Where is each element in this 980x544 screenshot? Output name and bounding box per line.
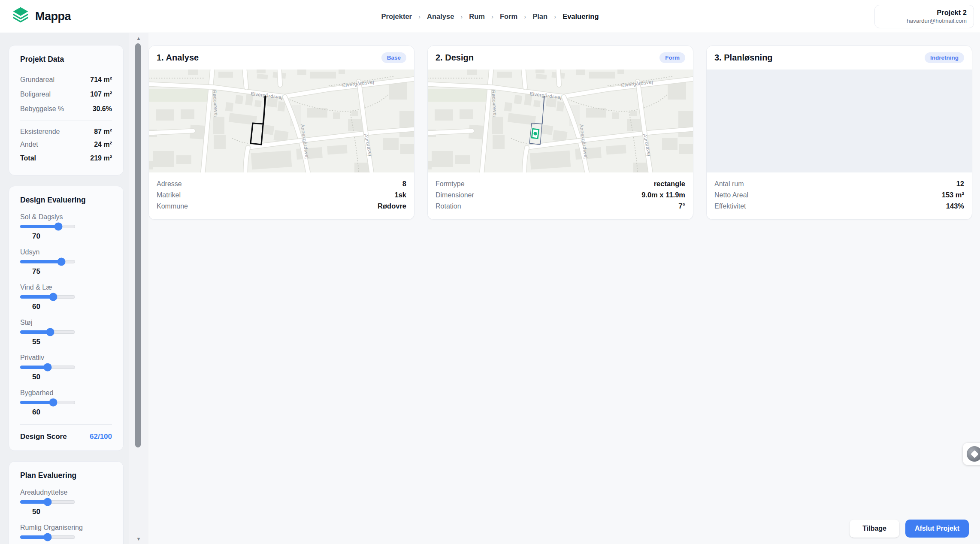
row-value: 12 bbox=[956, 180, 964, 188]
slider-track[interactable] bbox=[20, 260, 75, 263]
slider-thumb[interactable] bbox=[44, 498, 52, 506]
slider-value: 75 bbox=[32, 267, 112, 276]
card-title: 3. Planløsning bbox=[714, 53, 773, 63]
card-row-netto-areal: Netto Areal 153 m² bbox=[714, 189, 964, 200]
slider-track[interactable] bbox=[20, 535, 75, 539]
slider-thumb[interactable] bbox=[46, 328, 54, 336]
scroll-up-arrow-icon[interactable]: ▲ bbox=[129, 36, 148, 41]
slider-bygbarhed: Bygbarhed 60 bbox=[20, 389, 112, 417]
row-value: 153 m² bbox=[942, 191, 964, 199]
breadcrumb-projekter[interactable]: Projekter bbox=[381, 12, 412, 21]
row-label: Eksisterende bbox=[20, 128, 60, 136]
row-value: 30.6% bbox=[93, 105, 112, 113]
scrollbar-thumb[interactable] bbox=[135, 43, 141, 447]
row-label: Adresse bbox=[157, 180, 182, 188]
card-planloesning: 3. Planløsning Indretning Antal rum 12 N… bbox=[706, 45, 972, 220]
slider-arealudnyttelse: Arealudnyttelse 50 bbox=[20, 489, 112, 516]
data-row-grundareal: Grundareal 714 m² bbox=[20, 73, 112, 87]
design-score-value: 62/100 bbox=[90, 432, 112, 441]
card-row-dimensioner: Dimensioner 9.0m x 11.9m bbox=[436, 189, 685, 200]
card-title: 1. Analyse bbox=[157, 53, 199, 63]
breadcrumb: Projekter › Analyse › Rum › Form › Plan … bbox=[381, 12, 599, 21]
project-account-box[interactable]: Projekt 2 havardur@hotmail.com bbox=[874, 5, 974, 28]
slider-stoej: Støj 55 bbox=[20, 319, 112, 346]
row-value: 8 bbox=[402, 180, 406, 188]
footer-actions: Tilbage Afslut Projekt bbox=[850, 520, 969, 538]
row-value: 143% bbox=[946, 202, 964, 210]
slider-track[interactable] bbox=[20, 366, 75, 369]
row-label: Grundareal bbox=[20, 76, 54, 84]
row-label: Bebyggelse % bbox=[20, 105, 64, 113]
app-header: Mappa Projekter › Analyse › Rum › Form ›… bbox=[0, 0, 980, 33]
slider-fill bbox=[20, 225, 59, 228]
row-value: 714 m² bbox=[90, 76, 112, 84]
row-value: 9.0m x 11.9m bbox=[641, 191, 685, 199]
row-label: Netto Areal bbox=[714, 191, 748, 199]
slider-label: Vind & Læ bbox=[20, 284, 112, 291]
data-row-andet: Andet 24 m² bbox=[20, 138, 112, 151]
slider-thumb[interactable] bbox=[44, 533, 52, 541]
slider-value: 70 bbox=[32, 232, 112, 241]
back-button[interactable]: Tilbage bbox=[850, 520, 899, 538]
panel-plan-evaluering: Plan Evaluering Arealudnyttelse 50 Rumli… bbox=[9, 461, 124, 544]
slider-value: 50 bbox=[32, 373, 112, 381]
slider-label: Rumlig Organisering bbox=[20, 524, 112, 532]
slider-vind-lae: Vind & Læ 60 bbox=[20, 284, 112, 311]
row-value: Rødovre bbox=[378, 202, 406, 210]
slider-fill bbox=[20, 260, 62, 263]
brand[interactable]: Mappa bbox=[11, 6, 71, 27]
row-value: 7° bbox=[678, 202, 685, 210]
target-icon bbox=[967, 446, 980, 462]
slider-thumb[interactable] bbox=[54, 223, 63, 231]
slider-thumb[interactable] bbox=[49, 293, 57, 301]
slider-track[interactable] bbox=[20, 401, 75, 404]
panel-title: Projekt Data bbox=[20, 55, 112, 64]
breadcrumb-separator: › bbox=[460, 13, 463, 20]
card-design: 2. Design Form Formtype bbox=[427, 45, 693, 220]
card-row-adresse: Adresse 8 bbox=[157, 178, 406, 189]
brand-title: Mappa bbox=[35, 10, 71, 23]
row-label: Boligareal bbox=[20, 91, 51, 98]
row-value: 1sk bbox=[394, 191, 406, 199]
floorplan-placeholder bbox=[707, 70, 972, 172]
row-label: Rotation bbox=[436, 202, 461, 210]
slider-label: Privatliv bbox=[20, 354, 112, 362]
breadcrumb-analyse[interactable]: Analyse bbox=[427, 12, 454, 21]
breadcrumb-separator: › bbox=[524, 13, 526, 20]
slider-thumb[interactable] bbox=[44, 363, 52, 372]
slider-track[interactable] bbox=[20, 225, 75, 228]
breadcrumb-separator: › bbox=[554, 13, 556, 20]
design-score-label: Design Score bbox=[20, 432, 67, 441]
row-label: Total bbox=[20, 154, 36, 162]
slider-label: Udsyn bbox=[20, 248, 112, 256]
slider-thumb[interactable] bbox=[57, 258, 65, 266]
building-footprint-marker bbox=[532, 129, 538, 139]
card-badge: Form bbox=[659, 52, 685, 63]
panel-title: Design Evaluering bbox=[20, 196, 112, 205]
row-value: 87 m² bbox=[94, 128, 112, 136]
scroll-down-arrow-icon[interactable]: ▼ bbox=[129, 536, 148, 541]
card-row-antal-rum: Antal rum 12 bbox=[714, 178, 964, 189]
row-label: Effektivitet bbox=[714, 202, 746, 210]
project-name: Projekt 2 bbox=[882, 9, 967, 17]
breadcrumb-separator: › bbox=[491, 13, 493, 20]
floating-widget-button[interactable] bbox=[963, 443, 980, 465]
breadcrumb-form[interactable]: Form bbox=[500, 12, 517, 21]
finish-project-button[interactable]: Afslut Projekt bbox=[905, 520, 969, 538]
breadcrumb-evaluering-current: Evaluering bbox=[563, 12, 599, 21]
data-row-eksisterende: Eksisterende 87 m² bbox=[20, 125, 112, 138]
design-score-row: Design Score 62/100 bbox=[20, 424, 112, 441]
slider-track[interactable] bbox=[20, 295, 75, 299]
account-email: havardur@hotmail.com bbox=[882, 18, 967, 24]
slider-track[interactable] bbox=[20, 330, 75, 334]
slider-thumb[interactable] bbox=[49, 399, 57, 407]
card-row-matrikel: Matrikel 1sk bbox=[157, 189, 406, 200]
slider-privatliv: Privatliv 50 bbox=[20, 354, 112, 381]
breadcrumb-rum[interactable]: Rum bbox=[469, 12, 485, 21]
slider-track[interactable] bbox=[20, 500, 75, 504]
breadcrumb-plan[interactable]: Plan bbox=[532, 12, 547, 21]
sidebar: Projekt Data Grundareal 714 m² Boligarea… bbox=[0, 33, 129, 544]
slider-label: Støj bbox=[20, 319, 112, 326]
layers-logo-icon bbox=[11, 6, 30, 27]
map-design bbox=[428, 70, 693, 172]
